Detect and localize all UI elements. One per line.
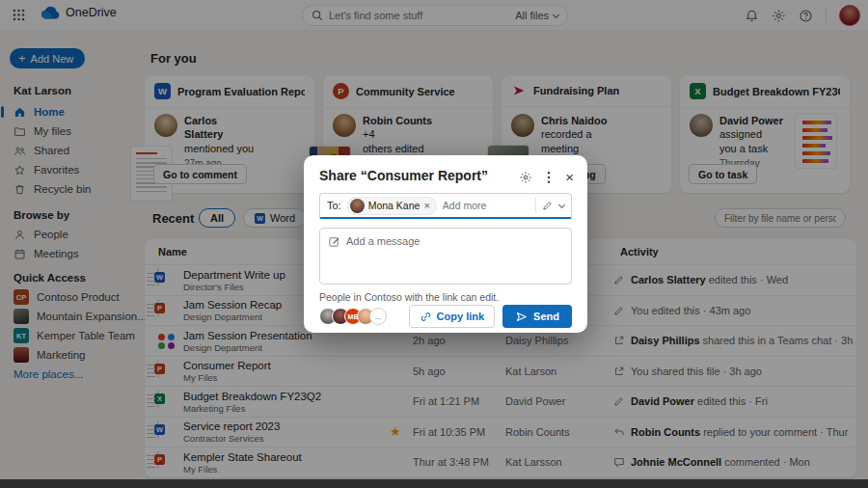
compose-icon: [328, 235, 340, 248]
recipient-chip[interactable]: Mona Kane ×: [347, 197, 437, 215]
share-dialog: Share “Consumer Report” × To: Mona Kane …: [304, 155, 587, 333]
message-input[interactable]: Add a message: [319, 228, 572, 285]
more-avatars-button[interactable]: ...: [369, 308, 387, 325]
more-options-icon[interactable]: [547, 171, 551, 184]
field-divider: [535, 198, 536, 213]
link-icon: [420, 311, 432, 323]
copy-link-button[interactable]: Copy link: [409, 305, 496, 328]
shared-with-avatars[interactable]: MB ...: [319, 308, 387, 325]
permission-pencil-icon[interactable]: [542, 200, 554, 211]
close-icon[interactable]: ×: [565, 170, 574, 184]
chevron-down-icon[interactable]: [558, 201, 565, 207]
recipient-field[interactable]: To: Mona Kane ×: [319, 193, 572, 219]
send-button[interactable]: Send: [502, 305, 572, 328]
send-label: Send: [533, 311, 559, 322]
avatar: [350, 199, 365, 213]
permission-note: People in Contoso with the link can edit…: [319, 291, 499, 303]
recipient-name: Mona Kane: [368, 200, 420, 211]
dialog-title: Share “Consumer Report”: [319, 168, 488, 183]
remove-recipient-icon[interactable]: ×: [423, 200, 429, 211]
add-more-input[interactable]: [443, 200, 529, 211]
message-placeholder: Add a message: [346, 235, 420, 247]
to-label: To:: [327, 200, 341, 211]
copy-link-label: Copy link: [437, 311, 485, 322]
share-settings-gear-icon[interactable]: [519, 171, 532, 184]
send-icon: [515, 311, 528, 323]
